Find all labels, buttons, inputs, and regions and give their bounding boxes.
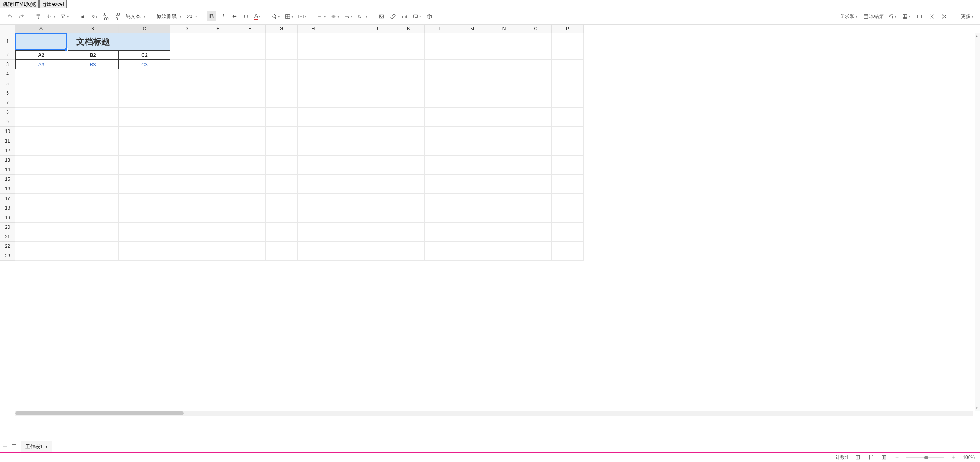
row-header-19[interactable]: 19 [0, 213, 15, 223]
cell-P17[interactable] [552, 194, 584, 203]
cell-L14[interactable] [425, 165, 456, 175]
cell-N13[interactable] [488, 156, 520, 165]
cell-H8[interactable] [298, 108, 329, 117]
cell-F11[interactable] [234, 136, 266, 146]
cell-A15[interactable] [15, 175, 67, 184]
cell-N12[interactable] [488, 146, 520, 156]
cell-O14[interactable] [520, 165, 552, 175]
cell-D20[interactable] [170, 223, 202, 232]
font-color-button[interactable]: A▾ [253, 11, 262, 21]
cell-F10[interactable] [234, 127, 266, 136]
cell-F12[interactable] [234, 146, 266, 156]
decrease-decimal-button[interactable]: .0.00 [101, 11, 110, 21]
cell-E17[interactable] [202, 194, 234, 203]
cell-E4[interactable] [202, 69, 234, 79]
fill-color-button[interactable]: ▾ [270, 11, 281, 21]
cell-F21[interactable] [234, 232, 266, 242]
row-header-4[interactable]: 4 [0, 69, 15, 79]
cell-N1[interactable] [488, 33, 520, 50]
cell-I23[interactable] [329, 251, 361, 261]
scissors-button[interactable] [939, 11, 949, 21]
cell-D2[interactable] [170, 50, 202, 60]
select-all-corner[interactable] [0, 25, 15, 33]
column-header-H[interactable]: H [298, 25, 329, 33]
cell-F5[interactable] [234, 79, 266, 88]
cell-H16[interactable] [298, 184, 329, 194]
cell-F1[interactable] [234, 33, 266, 50]
cell-L15[interactable] [425, 175, 456, 184]
currency-button[interactable]: ¥ [78, 11, 87, 21]
freeze-button[interactable]: 冻结第一行▾ [862, 11, 898, 21]
cell-J19[interactable] [361, 213, 393, 223]
cell-A13[interactable] [15, 156, 67, 165]
cell-H5[interactable] [298, 79, 329, 88]
more-button[interactable]: 更多▾ [960, 11, 975, 21]
cell-C9[interactable] [119, 117, 170, 127]
cell-F7[interactable] [234, 98, 266, 108]
cell-A1-merged[interactable]: 文档标题 [15, 33, 170, 50]
cell-C15[interactable] [119, 175, 170, 184]
bold-button[interactable]: B [207, 11, 216, 21]
cell-L9[interactable] [425, 117, 456, 127]
cell-C18[interactable] [119, 203, 170, 213]
cell-E11[interactable] [202, 136, 234, 146]
cell-A20[interactable] [15, 223, 67, 232]
cell-M16[interactable] [456, 184, 488, 194]
cell-G6[interactable] [266, 88, 298, 98]
cell-K23[interactable] [393, 251, 425, 261]
cell-B5[interactable] [67, 79, 119, 88]
cell-C2[interactable]: C2 [119, 50, 170, 60]
cell-K13[interactable] [393, 156, 425, 165]
cell-P16[interactable] [552, 184, 584, 194]
row-header-14[interactable]: 14 [0, 165, 15, 175]
cell-D21[interactable] [170, 232, 202, 242]
cell-E2[interactable] [202, 50, 234, 60]
cell-C6[interactable] [119, 88, 170, 98]
cell-G20[interactable] [266, 223, 298, 232]
cell-D14[interactable] [170, 165, 202, 175]
cell-E12[interactable] [202, 146, 234, 156]
cell-M5[interactable] [456, 79, 488, 88]
cell-P1[interactable] [552, 33, 584, 50]
cell-D5[interactable] [170, 79, 202, 88]
cell-N15[interactable] [488, 175, 520, 184]
cell-P13[interactable] [552, 156, 584, 165]
cell-B10[interactable] [67, 127, 119, 136]
cell-N21[interactable] [488, 232, 520, 242]
cell-C20[interactable] [119, 223, 170, 232]
cell-F9[interactable] [234, 117, 266, 127]
cell-L21[interactable] [425, 232, 456, 242]
cell-J20[interactable] [361, 223, 393, 232]
vertical-scrollbar[interactable]: ▴▾ [975, 33, 980, 411]
cell-H14[interactable] [298, 165, 329, 175]
cell-I1[interactable] [329, 33, 361, 50]
cell-A8[interactable] [15, 108, 67, 117]
cell-G5[interactable] [266, 79, 298, 88]
cell-M21[interactable] [456, 232, 488, 242]
cell-M23[interactable] [456, 251, 488, 261]
cell-E16[interactable] [202, 184, 234, 194]
cell-K9[interactable] [393, 117, 425, 127]
row-header-23[interactable]: 23 [0, 251, 15, 261]
formula-button[interactable] [927, 11, 936, 21]
cell-P7[interactable] [552, 98, 584, 108]
cell-N9[interactable] [488, 117, 520, 127]
cell-J10[interactable] [361, 127, 393, 136]
text-wrap-button[interactable]: ▾ [343, 11, 354, 21]
cell-N22[interactable] [488, 242, 520, 251]
cell-H18[interactable] [298, 203, 329, 213]
cell-F19[interactable] [234, 213, 266, 223]
cell-D19[interactable] [170, 213, 202, 223]
cell-A19[interactable] [15, 213, 67, 223]
cell-C11[interactable] [119, 136, 170, 146]
zoom-out-button[interactable]: − [893, 454, 901, 461]
cell-J13[interactable] [361, 156, 393, 165]
cell-D23[interactable] [170, 251, 202, 261]
cell-O8[interactable] [520, 108, 552, 117]
cell-B8[interactable] [67, 108, 119, 117]
cell-H6[interactable] [298, 88, 329, 98]
cell-P3[interactable] [552, 60, 584, 69]
cell-G17[interactable] [266, 194, 298, 203]
cell-A3[interactable]: A3 [15, 60, 67, 69]
italic-button[interactable]: I [218, 11, 227, 21]
